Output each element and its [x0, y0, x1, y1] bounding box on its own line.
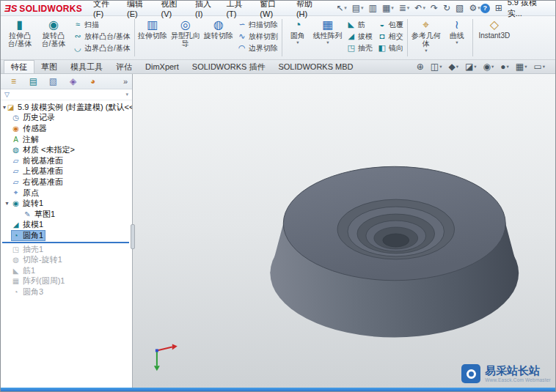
tab-sketch[interactable]: 草图	[34, 60, 64, 73]
tab-solidworks-mbd[interactable]: SOLIDWORKS MBD	[271, 60, 359, 73]
tab-solidworks-add-ins[interactable]: SOLIDWORKS 插件	[186, 60, 272, 73]
displaymanager-tab-icon[interactable]: ◕	[83, 76, 103, 86]
tree-item-history[interactable]: ◷ 历史记录	[1, 113, 132, 124]
ribbon-button-boundary-boss[interactable]: ◡边界凸台/基体	[73, 43, 131, 53]
sketch-icon: ✎	[23, 210, 32, 218]
ribbon-button-intersect[interactable]: ◘相交	[377, 32, 403, 41]
ribbon-button-instant3d[interactable]: ◇ Instant3D	[475, 17, 514, 59]
button-label: 拔模	[358, 32, 373, 41]
tab-dimxpert[interactable]: DimXpert	[139, 60, 186, 73]
expander-icon[interactable]: ▾	[3, 200, 11, 207]
graphics-area[interactable]: 易采站长站 Www.Easck.Com Webmaster	[133, 74, 555, 388]
tree-item-annotations[interactable]: A 注解	[1, 134, 132, 145]
select-arrow-icon[interactable]: ↖▾	[336, 3, 347, 13]
fillet-icon: ◔	[294, 18, 301, 32]
titlebar: ƎS SOLIDWORKS 文件(F) 编辑(E) 视图(V) 插入(I) 工具…	[1, 1, 555, 16]
configurationmanager-tab-icon[interactable]: ▧	[43, 76, 63, 86]
ribbon-button-swept-cut[interactable]: ∽扫描切除	[237, 20, 278, 29]
ribbon-button-linear-pattern[interactable]: ▦ 线性阵列 ▾	[312, 17, 344, 59]
pattern-feature-icon: ▦	[11, 277, 21, 285]
rib-icon: ◣	[346, 20, 356, 29]
watermark-logo-icon	[461, 364, 480, 383]
tree-item-fillet1-selected[interactable]: ◔ 圆角1	[1, 230, 132, 241]
ribbon-button-fillet[interactable]: ◔ 圆角 ▾	[284, 17, 312, 59]
open-file-icon[interactable]: ▥	[369, 3, 377, 13]
tree-item-front-plane[interactable]: ▱ 前视基准面	[1, 155, 132, 166]
ribbon-button-mirror[interactable]: ◧镜向	[377, 43, 403, 53]
ribbon-button-loft[interactable]: ∾放样凸台/基体	[73, 32, 131, 41]
ribbon-button-curves[interactable]: ≀ 曲线 ▾	[443, 17, 471, 59]
file-properties-icon[interactable]: ▧	[456, 3, 464, 13]
tree-item-draft1[interactable]: ◢ 拔模1	[1, 220, 132, 231]
tree-item-material[interactable]: ◍ 材质 <未指定>	[1, 144, 132, 155]
tree-item-right-plane[interactable]: ▱ 右视基准面	[1, 177, 132, 188]
ribbon-button-boundary-cut[interactable]: ◠边界切除	[237, 43, 278, 53]
rebuild-icon[interactable]: ↻	[443, 3, 450, 13]
icon-glyph: ↷	[431, 3, 438, 13]
tree-item-top-plane[interactable]: ▱ 上视基准面	[1, 166, 132, 177]
save-icon[interactable]: ▦▾	[382, 3, 394, 13]
filter-icon[interactable]: ▽	[4, 91, 10, 98]
icon-glyph: ↻	[443, 3, 450, 13]
ribbon-button-extruded-cut[interactable]: ▥ 拉伸切除	[136, 17, 169, 59]
section-view-icon[interactable]: ◫▾	[431, 62, 442, 72]
ribbon-button-hole-wizard[interactable]: ◎ 异型孔向导	[169, 17, 202, 59]
tree-item-fillet3[interactable]: ◔ 圆角3	[1, 286, 132, 297]
propertymanager-tab-icon[interactable]: ▤	[23, 76, 43, 86]
dropdown-arrow-icon: ▾	[423, 5, 425, 11]
resources-panel-icon[interactable]: ⊞	[495, 3, 502, 13]
tree-item-sketch1[interactable]: ✎ 草图1	[1, 209, 132, 220]
ribbon-button-revolve-boss[interactable]: ◉ 旋转凸台/基体	[37, 17, 70, 59]
ribbon-button-rib[interactable]: ◣筋	[346, 20, 373, 29]
ribbon-button-revolved-cut[interactable]: ◍ 旋转切除	[202, 17, 235, 59]
view-settings-icon[interactable]: ▭▾	[533, 62, 545, 72]
filter-dropdown-icon[interactable]: ▾	[125, 92, 128, 97]
tree-item-part-root[interactable]: ▾ ◪ 5.9 拔模实例 (封盖建模) (默认<<默认	[1, 102, 132, 113]
tab-features[interactable]: 特征	[4, 60, 34, 73]
ribbon-button-draft[interactable]: ◢拔模	[346, 32, 373, 41]
ribbon-button-extrude-boss[interactable]: ▮ 拉伸凸台/基体	[3, 17, 37, 59]
ribbon-button-lofted-cut[interactable]: ∿放样切割	[237, 32, 278, 41]
ribbon-button-reference-geometry[interactable]: ⌖ 参考几何体 ▾	[409, 17, 443, 59]
part-icon: ◪	[6, 103, 15, 111]
zoom-fit-icon[interactable]: ⊕	[417, 62, 424, 72]
model-part[interactable]	[270, 166, 519, 337]
tree-item-revolve1[interactable]: ▾ ◉ 旋转1	[1, 198, 132, 209]
panel-splitter-handle[interactable]	[131, 224, 135, 249]
dropdown-arrow-icon[interactable]: ▾	[326, 40, 329, 45]
display-style-icon[interactable]: ◪▾	[465, 62, 477, 72]
tree-item-shell1[interactable]: ◳ 抽壳1	[1, 244, 132, 255]
help-icon[interactable]: ?	[480, 4, 490, 13]
tree-item-origin[interactable]: ⌖ 原点	[1, 188, 132, 199]
dropdown-arrow-icon[interactable]: ▾	[296, 40, 299, 45]
new-file-icon[interactable]: ▤▾	[352, 3, 364, 13]
feature-manager-panel: ≡ ▤ ▧ ◈ ◕ » ▽ ▾ ▾ ◪ 5.9 拔模实例 (封盖建模) (默认<…	[1, 74, 133, 388]
ribbon-button-shell[interactable]: ◳抽壳	[346, 43, 373, 53]
options-gear-icon[interactable]: ⚙▾	[469, 3, 480, 13]
apply-scene-icon[interactable]: ▦▾	[516, 62, 527, 72]
tree-item-sensors[interactable]: ◉ 传感器	[1, 123, 132, 134]
edit-appearance-icon[interactable]: ●▾	[500, 62, 509, 72]
rollback-bar[interactable]	[2, 242, 129, 243]
boundary-cut-icon: ◠	[237, 43, 247, 53]
draft-icon: ◢	[346, 32, 356, 41]
tree-label: 草图1	[34, 209, 55, 220]
dropdown-arrow-icon[interactable]: ▾	[456, 40, 458, 45]
redo-icon[interactable]: ↷	[431, 3, 438, 13]
panel-expand-icon[interactable]: »	[123, 77, 129, 86]
tree-item-circular-pattern1[interactable]: ▦ 阵列(圆周)1	[1, 276, 132, 287]
ribbon-button-wrap[interactable]: ◒包覆	[377, 20, 403, 29]
view-orientation-icon[interactable]: ◆▾	[448, 62, 458, 72]
ribbon-button-sweep[interactable]: ≈扫描	[73, 20, 131, 29]
print-icon[interactable]: ≣▾	[399, 3, 410, 13]
dropdown-arrow-icon[interactable]: ▾	[425, 48, 427, 53]
tab-mold-tools[interactable]: 模具工具	[64, 60, 109, 73]
hide-show-items-icon[interactable]: ◉▾	[483, 62, 494, 72]
undo-icon[interactable]: ↶▾	[414, 3, 425, 13]
tree-item-cut-revolve1[interactable]: ◍ 切除-旋转1	[1, 254, 132, 265]
ribbon-divider	[282, 19, 282, 56]
featuremanager-tab-icon[interactable]: ≡	[4, 76, 23, 86]
dimxpertmanager-tab-icon[interactable]: ◈	[63, 76, 83, 86]
tab-evaluate[interactable]: 评估	[109, 60, 139, 73]
tree-item-rib1[interactable]: ◣ 筋1	[1, 265, 132, 276]
